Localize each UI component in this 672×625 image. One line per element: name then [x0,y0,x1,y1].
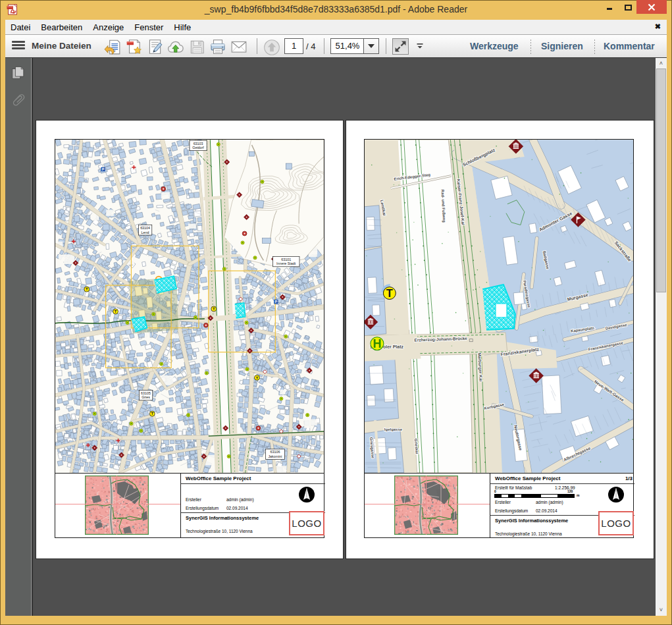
svg-text:T: T [213,307,215,311]
page-total-label: / 4 [306,41,315,51]
footer-title: WebOffice Sample Project [186,476,251,481]
footer-rule [180,483,325,484]
svg-text:63103: 63103 [194,142,203,146]
crosshair-vertical-line [426,476,426,535]
fit-to-window-button[interactable] [392,38,409,55]
company-name: SynerGIS Informationssysteme [186,515,259,521]
fill-sign-icon[interactable] [146,38,163,55]
comment-pane-button[interactable]: Kommentar [604,41,655,51]
map-graz-detail: SchloßbergplatzErich-Edegger-StegKaiser-… [364,139,634,474]
svg-text:T: T [86,287,88,291]
attachments-icon[interactable] [11,92,26,107]
sign-pane-button[interactable]: Signieren [541,41,583,51]
creator-label: Ersteller [186,497,201,502]
chevron-down-icon [368,44,375,48]
svg-text:T: T [256,376,259,380]
creator-value: admin (admin) [226,497,254,502]
toolbar-separator [257,38,257,54]
hamburger-menu-icon[interactable] [12,41,25,51]
svg-text:Gries: Gries [142,395,150,399]
svg-text:63106: 63106 [271,450,280,454]
date-label: Erstellungsdatum [186,506,219,510]
create-pdf-icon[interactable] [125,38,142,55]
scale-bar [495,495,574,497]
crosshair-horizontal-line [365,504,490,504]
svg-text:63105: 63105 [141,391,151,395]
page-canvas: TTTTTPP 63103 Geidorf 63104 Lend 63101 I… [32,58,656,616]
document-close-icon[interactable]: ✖ [655,22,661,31]
map-graz-overview: TTTTTPP 63103 Geidorf 63104 Lend 63101 I… [55,139,324,474]
scale-label: Erstellt für Maßstab [495,485,532,490]
zoom-control: 51,4% [330,38,379,54]
email-icon[interactable] [230,38,247,55]
menu-anzeige[interactable]: Anzeige [88,20,129,34]
zoom-dropdown-button[interactable] [363,39,378,53]
crosshair-horizontal-line [55,504,180,504]
toolbar-separator [386,38,386,54]
close-icon [648,3,656,11]
footer-title: WebOffice Sample Project [495,476,560,481]
scalebar-unit-label: m [577,494,579,498]
menu-bearbeiten[interactable]: Bearbeiten [36,20,88,34]
print-icon[interactable] [209,38,226,55]
svg-text:T: T [151,412,153,416]
logo-placeholder: LOGO [598,511,634,535]
date-value: 02.09.2014 [536,508,557,513]
maximize-button[interactable] [619,0,636,14]
pdf-page-2: SchloßbergplatzErich-Edegger-StegKaiser-… [346,121,654,558]
menu-datei[interactable]: Datei [5,20,36,34]
minimize-button[interactable] [601,0,618,14]
maximize-icon [625,5,632,11]
page-number-input[interactable]: 1 [284,38,303,54]
svg-text:H: H [373,337,381,350]
titlebar: _swp_fb4b9f6fbbd34f5d8e7d83333a6385d1.pd… [0,0,672,20]
toolbar-overflow-icon[interactable] [416,42,424,50]
adobe-reader-window: _swp_fb4b9f6fbbd34f5d8e7d83333a6385d1.pd… [0,0,672,625]
pdf-page-1: TTTTTPP 63103 Geidorf 63104 Lend 63101 I… [36,121,343,558]
open-recent-icon[interactable] [104,38,121,55]
scrollbar-thumb[interactable] [656,68,666,292]
svg-text:63101: 63101 [281,258,291,261]
svg-text:P: P [102,167,105,171]
svg-text:Igelgasse: Igelgasse [384,427,403,431]
footer-rule [490,483,634,484]
my-files-button[interactable]: Meine Dateien [32,41,91,51]
creator-label: Ersteller [495,500,511,504]
company-address: Technologiestraße 10, 1120 Vienna [495,531,562,536]
toolbar: Meine Dateien 1 [5,34,667,58]
svg-text:Geidorf: Geidorf [192,146,204,149]
scroll-down-icon[interactable]: ˅ [656,605,667,616]
bus-stop-icon: H [371,337,384,350]
svg-text:T: T [386,287,393,300]
svg-text:T: T [115,310,117,313]
toolbar-separator [324,38,324,54]
menubar: Datei Bearbeiten Anzeige Fenster Hilfe ✖ [5,20,667,34]
previous-view-icon[interactable] [263,39,280,56]
save-icon[interactable] [188,38,205,55]
cloud-upload-icon[interactable] [167,38,184,55]
scroll-up-icon[interactable]: ˄ [656,58,667,69]
tools-pane-button[interactable]: Werkzeuge [470,41,519,51]
page-indicator: 1/3 [618,476,633,481]
map1-footer: WebOffice Sample ProjectErstelleradmin (… [55,473,324,538]
vertical-scrollbar[interactable]: ˄ ˅ [656,58,667,616]
scalebar-start-label: 0 [494,490,496,494]
menu-fenster[interactable]: Fenster [129,20,168,34]
scalebar-end-label: 120 [567,490,573,494]
company-address: Technologiestraße 10, 1120 Vienna [186,529,253,533]
creator-value: admin (admin) [536,500,563,504]
expand-arrows-icon [393,39,408,54]
zoom-input[interactable]: 51,4% [331,39,364,53]
svg-text:Lend: Lend [142,231,149,234]
svg-text:Innere Stadt: Innere Stadt [276,261,296,265]
navigation-sidebar [5,58,32,616]
close-button[interactable] [636,0,667,14]
toolbar-dotted-separator [594,40,595,54]
svg-text:Jakomini: Jakomini [268,454,282,458]
document-area: TTTTTPP 63103 Geidorf 63104 Lend 63101 I… [5,58,667,616]
minimize-icon [607,8,612,10]
north-arrow-logo [607,486,625,503]
page-thumbnails-icon[interactable] [11,66,26,80]
logo-placeholder: LOGO [289,511,324,535]
menu-hilfe[interactable]: Hilfe [168,20,196,34]
